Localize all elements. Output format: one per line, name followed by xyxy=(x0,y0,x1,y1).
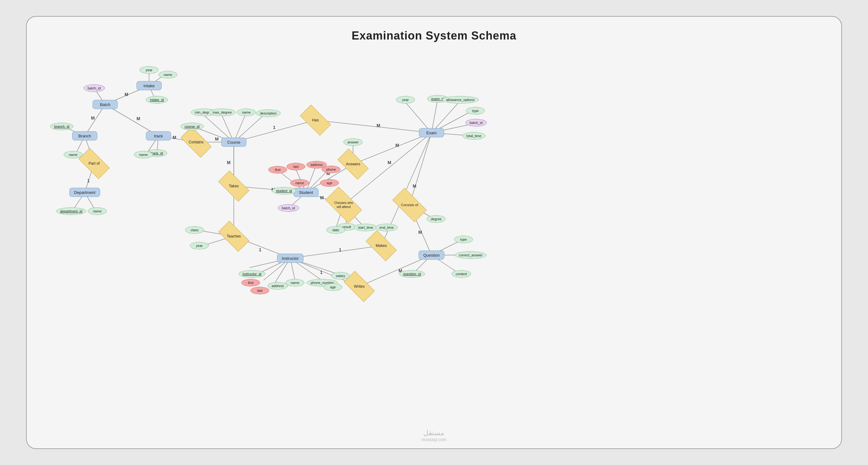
svg-line-13 xyxy=(315,120,432,133)
entity-department: Department xyxy=(69,188,100,197)
svg-text:M: M xyxy=(418,230,422,235)
diagram-title: Examination System Schema xyxy=(27,17,841,42)
relationship-makes: Makes xyxy=(367,238,395,253)
relationship-answers: Answers xyxy=(339,156,367,172)
svg-text:M: M xyxy=(388,160,391,165)
svg-text:1: 1 xyxy=(320,270,322,275)
svg-text:1: 1 xyxy=(273,125,276,130)
relationship-contains: Contains xyxy=(182,134,210,150)
attr-instructor-last: last xyxy=(250,287,269,294)
attr-instructor-salary: salary xyxy=(331,272,350,280)
svg-text:M: M xyxy=(395,143,399,148)
svg-text:M: M xyxy=(413,184,416,189)
svg-text:M: M xyxy=(215,136,219,142)
attr-exam-allowance: allowance_options xyxy=(442,96,479,103)
attr-course-name: name xyxy=(237,108,256,116)
attr-batch-id: batch_id xyxy=(84,84,105,92)
attr-track-name: name xyxy=(134,151,153,158)
attr-chooses-date: date xyxy=(327,226,345,234)
attr-exam-totaltime: total_time xyxy=(462,132,486,140)
attr-exam-type: type xyxy=(466,107,485,115)
svg-line-20 xyxy=(409,133,432,205)
attr-intake-year: year xyxy=(140,66,158,74)
attr-course-id: course_id xyxy=(181,123,204,130)
attr-exam-batchid: batch_id xyxy=(465,119,487,126)
attr-student-batch: batch_id xyxy=(278,204,299,212)
attr-question-id: question_id xyxy=(399,270,425,278)
attr-instructor-id: instructor_id xyxy=(239,270,266,278)
attr-student-last: last xyxy=(286,163,305,170)
svg-text:1: 1 xyxy=(87,178,90,183)
attr-course-desc: description xyxy=(256,110,281,117)
svg-text:M: M xyxy=(320,195,324,200)
diagram-container: Examination System Schema xyxy=(26,16,842,449)
attr-student-age: age xyxy=(320,179,339,187)
entity-exam: Exam xyxy=(419,128,444,137)
attr-branch-name: name xyxy=(64,151,83,158)
attr-question-content: content xyxy=(452,270,471,278)
entity-student: Student xyxy=(293,188,318,197)
attr-teaches-class: class xyxy=(185,226,204,234)
svg-text:M: M xyxy=(173,135,176,140)
relationship-partof: Part of xyxy=(80,156,108,171)
attr-instructor-first: first xyxy=(241,279,260,286)
attr-course-maxdeg: max_degree xyxy=(208,108,236,116)
entity-question: Question xyxy=(418,251,444,260)
attr-consists-degree: degree xyxy=(427,215,445,223)
entity-track: track xyxy=(146,131,171,141)
attr-teaches-year: year xyxy=(190,242,209,249)
relationship-consists: Consists of xyxy=(394,197,425,213)
entity-branch: Branch xyxy=(72,131,97,141)
attr-question-correct: correct_answer xyxy=(455,251,487,259)
attr-branch-id: branch_id xyxy=(50,123,73,130)
entity-instructor: Instructor xyxy=(277,254,304,263)
attr-instructor-address: address xyxy=(267,282,288,289)
relationship-writes: Writes xyxy=(345,279,373,294)
attr-chooses-endtime: end_time xyxy=(375,224,398,231)
relationship-has: Has xyxy=(301,112,330,128)
attr-chooses-starttime: start_time xyxy=(354,224,377,231)
attr-intake-id: intake_id xyxy=(146,96,168,103)
svg-line-54 xyxy=(432,99,438,133)
entity-batch: Batch xyxy=(93,100,118,109)
svg-text:M: M xyxy=(136,116,140,121)
relationship-takes: Takes xyxy=(220,178,248,194)
attr-answers-answer: answer xyxy=(343,138,363,146)
attr-intake-name: name xyxy=(158,71,177,79)
attr-student-id: student_id xyxy=(272,187,296,194)
watermark: مستقل mostaqi.com xyxy=(422,429,446,442)
attr-exam-year: year xyxy=(396,96,415,103)
attr-instructor-age: age xyxy=(323,283,342,291)
relationship-teaches: Teaches xyxy=(220,228,248,244)
attr-student-first: first xyxy=(268,166,287,174)
attr-question-type: type xyxy=(454,236,473,243)
attr-instructor-name: name xyxy=(285,279,304,286)
attr-student-name: name xyxy=(290,179,309,187)
svg-text:M: M xyxy=(377,123,380,128)
attr-student-phone: phone xyxy=(322,166,340,173)
svg-text:M: M xyxy=(91,116,95,121)
entity-intake: Intake xyxy=(136,81,162,90)
attr-dept-id: department_id xyxy=(56,208,86,215)
svg-line-59 xyxy=(403,100,432,133)
svg-text:M: M xyxy=(227,160,231,165)
svg-text:M: M xyxy=(125,92,128,97)
entity-course: Course xyxy=(221,138,246,147)
svg-text:1: 1 xyxy=(259,247,261,252)
attr-dept-name: name xyxy=(88,208,107,215)
svg-text:1: 1 xyxy=(339,247,341,252)
relationship-chooses: Chooses whowill attend xyxy=(327,197,360,213)
